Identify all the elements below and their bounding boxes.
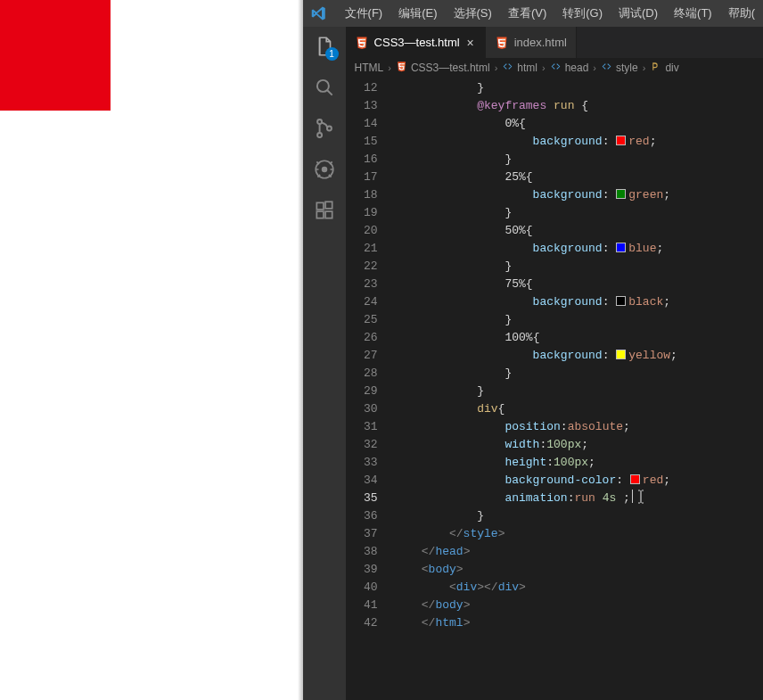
code-line[interactable]: background: yellow; [394,347,763,365]
line-number: 40 [346,579,378,597]
preview-animated-div [0,0,111,111]
debug-icon[interactable] [312,157,337,182]
chevron-right-icon: › [640,62,649,73]
html5-icon [355,36,369,50]
code-line[interactable]: 75%{ [394,276,763,293]
svg-rect-6 [316,202,324,210]
vscode-logo-icon [307,0,332,27]
svg-rect-8 [325,211,332,218]
code-line[interactable]: } [394,365,763,383]
color-swatch-icon [616,296,626,306]
close-icon[interactable]: × [465,37,476,48]
tab-active[interactable]: CSS3—test.html× [346,27,486,58]
xml-icon [601,61,612,75]
menu-item[interactable]: 转到(G) [554,6,611,20]
menu-item[interactable]: 查看(V) [500,6,554,20]
breadcrumb-item[interactable]: HTML [355,62,384,74]
code-line[interactable]: background: blue; [394,240,763,258]
code-line[interactable]: div{ [394,400,763,418]
breadcrumb-label: CSS3—test.html [411,62,490,74]
menu-item[interactable]: 帮助( [720,6,763,20]
breadcrumb-item[interactable]: head [550,61,589,75]
code-line[interactable]: <body> [394,561,763,579]
breadcrumb-item[interactable]: style [601,61,638,75]
line-number: 20 [346,222,378,240]
code-line[interactable]: background-color: red; [394,472,763,490]
line-number: 28 [346,365,378,383]
code-line[interactable]: position:absolute; [394,418,763,436]
code-line[interactable]: <div></div> [394,579,763,597]
breadcrumb-label: HTML [355,62,384,74]
code-line[interactable]: 50%{ [394,222,763,240]
chevron-right-icon: › [590,62,599,73]
code-line[interactable]: } [394,507,763,525]
line-number: 22 [346,258,378,276]
code-line[interactable]: width:100px; [394,436,763,454]
color-swatch-icon [630,474,640,484]
xml-icon [550,61,562,75]
code-line[interactable]: 25%{ [394,169,763,186]
code-line[interactable]: animation:run 4s ; [394,490,763,507]
code-line[interactable]: background: red; [394,133,763,151]
breadcrumb-item[interactable]: div [650,61,678,75]
tab-label: index.html [514,36,567,49]
menu-item[interactable]: 选择(S) [446,6,500,20]
menu-item[interactable]: 编辑(E) [390,6,445,20]
code-line[interactable]: } [394,204,763,222]
code-line[interactable]: background: green; [394,186,763,204]
code-line[interactable]: background: black; [394,293,763,311]
menu-item[interactable]: 调试(D) [611,6,666,20]
line-number: 36 [346,507,378,525]
code-line[interactable]: </head> [394,543,763,561]
code-line[interactable]: </html> [394,614,763,632]
code-line[interactable]: height:100px; [394,454,763,472]
line-number: 27 [346,347,378,365]
line-number: 14 [346,115,378,133]
breadcrumb-label: style [616,62,638,74]
line-number: 41 [346,597,378,614]
tab-label: CSS3—test.html [374,36,460,49]
breadcrumb-label: div [665,62,678,74]
svg-rect-7 [316,211,324,218]
code-line[interactable]: </body> [394,597,763,614]
menu-item[interactable]: 文件(F) [337,6,391,20]
explorer-icon[interactable]: 1 [312,34,337,59]
line-number: 34 [346,472,378,490]
line-number: 39 [346,561,378,579]
svg-point-1 [317,119,322,124]
html5-icon [495,36,509,50]
code-line[interactable]: } [394,383,763,400]
line-number: 32 [346,436,378,454]
activity-bar: 1 [303,27,346,700]
html5-icon [396,61,407,75]
ibeam-cursor-icon [636,490,645,504]
chevron-right-icon: › [492,62,501,73]
code-editor[interactable]: 1213141516171819202122232425262728293031… [346,78,763,700]
line-number: 24 [346,293,378,311]
code-content[interactable]: } @keyframes run { 0%{ background: red; … [394,78,763,700]
code-line[interactable]: @keyframes run { [394,97,763,115]
editor-tabs: CSS3—test.html×index.html [346,27,763,58]
tab[interactable]: index.html [486,27,577,58]
code-line[interactable]: } [394,258,763,276]
code-line[interactable]: </style> [394,525,763,543]
code-line[interactable]: } [394,311,763,329]
line-number: 25 [346,311,378,329]
line-number: 30 [346,400,378,418]
extensions-icon[interactable] [312,198,337,223]
menu-item[interactable]: 终端(T) [666,6,720,20]
search-icon[interactable] [312,75,337,100]
chevron-right-icon: › [539,62,548,73]
breadcrumb-item[interactable]: CSS3—test.html [396,61,490,75]
color-swatch-icon [616,189,626,199]
source-control-icon[interactable] [312,116,337,141]
line-number: 37 [346,525,378,543]
breadcrumb-item[interactable]: html [502,61,537,75]
code-line[interactable]: } [394,151,763,169]
code-line[interactable]: 0%{ [394,115,763,133]
code-line[interactable]: 100%{ [394,329,763,347]
breadcrumb-label: html [517,62,537,74]
explorer-badge: 1 [325,47,339,61]
code-line[interactable]: } [394,79,763,97]
breadcrumb[interactable]: HTML›CSS3—test.html›html›head›style›div [346,58,763,78]
